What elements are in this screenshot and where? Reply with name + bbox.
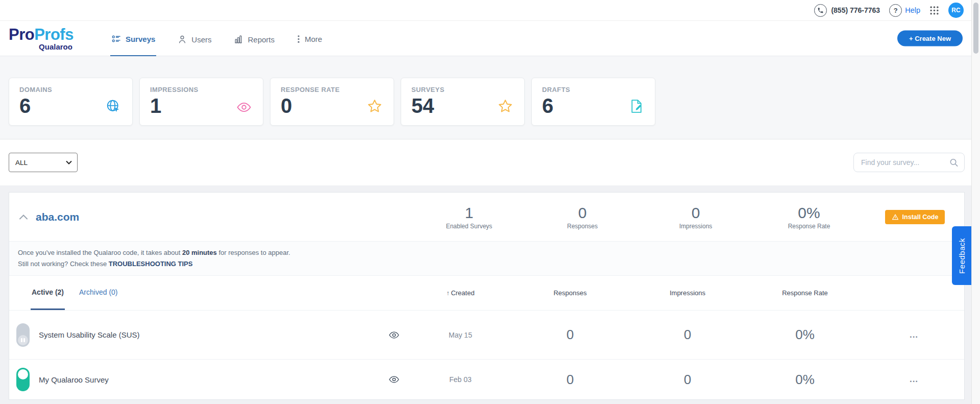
survey-table-header: Active (2) Archived (0) ↑Created Respons… — [9, 276, 964, 311]
nav-label: More — [305, 35, 322, 43]
notice-bold: 20 minutes — [182, 249, 217, 256]
preview-eye-icon[interactable] — [379, 330, 409, 340]
avatar[interactable]: RC — [948, 3, 964, 18]
notice-line-2: Still not working? Check these TROUBLESH… — [18, 258, 955, 270]
responses-value: 0 — [511, 327, 629, 343]
domain-stat-impressions: 0 Impressions — [639, 204, 752, 230]
survey-name-cell: My Qualaroo Survey — [9, 368, 379, 391]
stat-value: 0 — [526, 204, 639, 221]
stat-value: 0 — [639, 204, 752, 221]
help-label: Help — [905, 6, 920, 14]
survey-name-cell: System Usability Scale (SUS) — [9, 323, 379, 347]
card-label: SURVEYS — [411, 86, 514, 93]
preview-eye-icon[interactable] — [379, 375, 409, 384]
page-scrollbar[interactable] — [971, 0, 980, 404]
column-created[interactable]: ↑Created — [409, 289, 511, 297]
star-icon — [367, 99, 382, 116]
phone-contact[interactable]: (855) 776-7763 — [814, 4, 880, 17]
column-impressions[interactable]: Impressions — [629, 289, 746, 297]
column-responses[interactable]: Responses — [511, 289, 629, 297]
eye-icon — [236, 101, 252, 116]
help-button[interactable]: ? Help — [889, 4, 920, 17]
phone-number: (855) 776-7763 — [831, 6, 880, 14]
user-icon — [178, 35, 187, 44]
feedback-tab[interactable]: Feedback — [952, 226, 971, 285]
feedback-label: Feedback — [958, 238, 966, 274]
tab-active[interactable]: Active (2) — [31, 276, 65, 310]
stat-card-impressions: IMPRESSIONS 1 — [139, 78, 263, 126]
stats-cards-row: DOMAINS 6 IMPRESSIONS 1 RESPONSE RATE 0 … — [0, 56, 980, 139]
logo-subtitle: Qualaroo — [39, 43, 72, 51]
card-label: DRAFTS — [542, 86, 645, 93]
survey-toggle-paused[interactable] — [16, 323, 30, 347]
domain-filter-select-wrap: ALL — [9, 153, 78, 172]
column-response-rate[interactable]: Response Rate — [746, 289, 864, 297]
domain-stat-response-rate: 0% Response Rate — [752, 204, 866, 230]
domain-stat-responses: 0 Responses — [526, 204, 639, 230]
tabs: Active (2) Archived (0) — [9, 276, 379, 310]
survey-row: My Qualaroo Survey Feb 03 0 0 0% ... — [9, 359, 964, 399]
create-new-button[interactable]: + Create New — [897, 31, 963, 46]
bar-chart-icon — [234, 35, 243, 44]
survey-row: System Usability Scale (SUS) May 15 0 0 … — [9, 311, 964, 359]
responses-value: 0 — [511, 372, 629, 388]
survey-search-wrap — [853, 153, 965, 172]
stat-card-drafts: DRAFTS 6 — [531, 78, 655, 126]
card-label: DOMAINS — [19, 86, 122, 93]
nav-label: Reports — [248, 35, 275, 44]
toggle-knob — [18, 369, 28, 379]
notice-line-1: Once you've installed the Qualaroo code,… — [18, 247, 955, 258]
stat-card-domains: DOMAINS 6 — [9, 78, 133, 126]
stat-label: Response Rate — [752, 223, 866, 230]
install-code-label: Install Code — [902, 213, 939, 221]
stat-card-surveys: SURVEYS 54 — [401, 78, 525, 126]
search-input[interactable] — [853, 153, 965, 172]
nav-item-reports[interactable]: Reports — [233, 35, 276, 56]
stat-label: Impressions — [639, 223, 752, 230]
nav-label: Users — [191, 35, 211, 44]
domain-header: aba.com 1 Enabled Surveys 0 Responses 0 … — [9, 193, 964, 241]
logo-wordmark: ProProfs — [9, 27, 74, 42]
nav-item-more[interactable]: More — [296, 34, 323, 56]
impressions-value: 0 — [629, 327, 746, 343]
install-notice: Once you've installed the Qualaroo code,… — [9, 241, 964, 276]
install-code-button[interactable]: Install Code — [885, 210, 945, 224]
top-utility-bar: (855) 776-7763 ? Help RC — [0, 0, 980, 21]
poll-icon — [111, 34, 121, 44]
apps-grid-icon[interactable] — [929, 6, 939, 15]
nav-label: Surveys — [126, 35, 155, 43]
domain-name-link[interactable]: aba.com — [36, 211, 79, 223]
stat-card-response-rate: RESPONSE RATE 0 — [270, 78, 394, 126]
stat-label: Responses — [526, 223, 639, 230]
phone-icon — [814, 4, 827, 17]
tab-archived[interactable]: Archived (0) — [78, 276, 118, 310]
domain-filter-select[interactable]: ALL — [9, 153, 78, 172]
nav-item-surveys[interactable]: Surveys — [110, 34, 156, 56]
draft-edit-icon — [629, 99, 644, 116]
install-code-wrap: Install Code — [866, 210, 964, 224]
logo-pro: Pro — [9, 26, 34, 43]
question-icon: ? — [889, 4, 902, 17]
stat-value: 0% — [752, 204, 866, 221]
primary-nav: Surveys Users Reports More — [110, 21, 323, 56]
proprofs-logo[interactable]: ProProfs Qualaroo — [9, 27, 74, 51]
row-menu-icon[interactable]: ... — [864, 330, 964, 340]
main-navbar: ProProfs Qualaroo Surveys Users Reports … — [0, 21, 980, 56]
globe-icon — [106, 99, 121, 116]
response-rate-value: 0% — [746, 327, 864, 343]
row-menu-icon[interactable]: ... — [864, 374, 964, 385]
created-date: Feb 03 — [409, 375, 511, 384]
search-icon — [949, 158, 959, 168]
scrollbar-thumb[interactable] — [973, 3, 978, 54]
survey-title[interactable]: My Qualaroo Survey — [39, 375, 109, 384]
logo-profs: Profs — [34, 26, 74, 43]
nav-item-users[interactable]: Users — [177, 35, 212, 56]
chevron-up-icon[interactable] — [18, 213, 29, 221]
domain-panel: aba.com 1 Enabled Surveys 0 Responses 0 … — [9, 192, 965, 400]
survey-toggle-active[interactable] — [16, 368, 30, 391]
troubleshooting-tips-link[interactable]: TROUBLESHOOTING TIPS — [109, 260, 193, 268]
card-label: IMPRESSIONS — [150, 86, 253, 93]
card-label: RESPONSE RATE — [281, 86, 383, 93]
survey-title[interactable]: System Usability Scale (SUS) — [39, 330, 140, 339]
domain-stat-enabled-surveys: 1 Enabled Surveys — [412, 204, 526, 230]
